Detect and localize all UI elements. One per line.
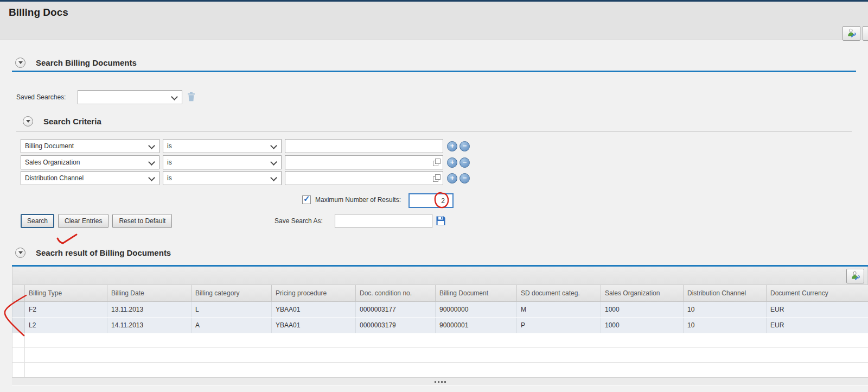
row-selector [12, 363, 25, 377]
remove-criteria-row-button[interactable]: − [459, 141, 470, 151]
column-header[interactable]: Sales Organization [601, 285, 684, 301]
operator-select-value: is [167, 174, 172, 182]
column-header[interactable]: Billing category [192, 285, 272, 301]
cell-sd-document-categ[interactable]: M [517, 302, 601, 317]
multi-value-icon[interactable] [433, 159, 441, 166]
column-header[interactable]: Distribution Channel [684, 285, 767, 301]
clear-entries-button[interactable]: Clear Entries [58, 214, 108, 228]
cell-billing-date[interactable]: 13.11.2013 [107, 302, 192, 317]
field-select-value: Distribution Channel [25, 174, 84, 182]
cell-billing-type[interactable]: F2 [25, 302, 107, 317]
cell-billing-type[interactable]: L2 [25, 318, 107, 333]
column-header[interactable]: Doc. condition no. [356, 285, 436, 301]
chevron-down-icon [148, 174, 155, 181]
column-header[interactable]: Billing Type [25, 285, 107, 301]
column-header[interactable]: Billing Date [107, 285, 192, 301]
row-selector [12, 333, 25, 347]
max-results-value: 2 [441, 197, 445, 205]
operator-select-1[interactable]: is [163, 139, 282, 153]
save-search-as-input[interactable] [335, 214, 432, 228]
cell-doc-condition-no[interactable]: 0000003177 [356, 302, 436, 317]
cell-doc-condition-no[interactable]: 0000003179 [356, 318, 436, 333]
column-header[interactable]: Pricing procedure [272, 285, 356, 301]
operator-select-3[interactable]: is [163, 171, 282, 185]
table-resize-handle[interactable] [12, 377, 868, 386]
saved-searches-select[interactable] [78, 90, 182, 104]
table-row[interactable]: F2 13.11.2013 L YBAA01 0000003177 900000… [12, 302, 868, 318]
search-button[interactable]: Search [21, 214, 54, 228]
cell-document-currency[interactable]: EUR [767, 302, 868, 317]
chevron-down-icon [270, 174, 277, 181]
cell-distribution-channel[interactable]: 10 [684, 302, 767, 317]
column-header[interactable]: SD document categ. [517, 285, 601, 301]
personalize-button[interactable] [843, 26, 860, 41]
cell-sales-organization[interactable]: 1000 [601, 302, 684, 317]
collapse-search-section-button[interactable] [15, 58, 25, 68]
chevron-down-icon [18, 61, 23, 64]
column-header[interactable]: Billing Document [436, 285, 517, 301]
cell-document-currency[interactable]: EUR [767, 318, 868, 333]
header-secondary-button-partial[interactable] [863, 26, 868, 41]
save-search-as-label: Save Search As: [275, 217, 323, 225]
table-toolbar [12, 267, 868, 285]
field-select-sales-organization[interactable]: Sales Organization [21, 155, 159, 169]
reset-to-default-button[interactable]: Reset to Default [112, 214, 172, 228]
max-results-checkbox[interactable]: ✓ [302, 195, 311, 204]
cell-pricing-procedure[interactable]: YBAA01 [272, 318, 356, 333]
cell-billing-category[interactable]: A [192, 318, 272, 333]
search-section-title: Search Billing Documents [36, 58, 137, 67]
drag-dots-icon [435, 381, 436, 383]
add-criteria-row-button[interactable]: + [447, 173, 457, 184]
personalize-icon [851, 271, 860, 282]
personalize-icon [847, 28, 856, 39]
column-header[interactable]: Document Currency [767, 285, 868, 301]
checkmark-icon: ✓ [303, 194, 310, 204]
chevron-down-icon [148, 142, 155, 149]
criteria-value-input-3[interactable] [285, 171, 443, 185]
chevron-down-icon [148, 159, 155, 166]
row-selector[interactable] [12, 318, 25, 333]
table-header-row: Billing Type Billing Date Billing catego… [12, 285, 868, 302]
table-personalize-button[interactable] [846, 269, 864, 283]
max-results-input[interactable]: 2 [409, 193, 454, 208]
remove-criteria-row-button[interactable]: − [459, 173, 470, 184]
add-criteria-row-button[interactable]: + [447, 157, 457, 168]
criteria-row-2: Sales Organization is + − [21, 155, 470, 169]
collapse-criteria-section-button[interactable] [23, 116, 33, 127]
cell-billing-category[interactable]: L [192, 302, 272, 317]
chevron-down-icon [18, 251, 23, 254]
multi-value-icon[interactable] [433, 174, 441, 182]
cell-billing-document[interactable]: 90000001 [436, 318, 517, 333]
results-section-header: Seacrh result of Billing Documents [15, 248, 171, 258]
trash-icon [187, 96, 195, 103]
cell-billing-date[interactable]: 14.11.2013 [107, 318, 192, 333]
collapse-results-section-button[interactable] [15, 248, 25, 258]
operator-select-2[interactable]: is [163, 155, 282, 169]
criteria-row-1: Billing Document is + − [21, 139, 470, 153]
row-selector[interactable] [12, 302, 25, 317]
page-title: Billing Docs [9, 7, 68, 18]
criteria-value-input-1[interactable] [285, 139, 443, 153]
drag-dots-icon [444, 381, 446, 383]
cell-sd-document-categ[interactable]: P [517, 318, 601, 333]
annotation-checkmark-search [56, 232, 79, 245]
criteria-value-input-2[interactable] [285, 155, 443, 169]
delete-saved-search-button[interactable] [187, 92, 195, 103]
cell-sales-organization[interactable]: 1000 [601, 318, 684, 333]
cell-billing-document[interactable]: 90000000 [436, 302, 517, 317]
drag-dots-icon [438, 381, 439, 383]
save-search-button[interactable] [436, 216, 446, 227]
cell-pricing-procedure[interactable]: YBAA01 [272, 302, 356, 317]
add-criteria-row-button[interactable]: + [447, 141, 457, 151]
remove-criteria-row-button[interactable]: − [459, 157, 470, 168]
cell-distribution-channel[interactable]: 10 [684, 318, 767, 333]
selection-column-header [12, 285, 25, 301]
field-select-distribution-channel[interactable]: Distribution Channel [21, 171, 159, 185]
results-table: Billing Type Billing Date Billing catego… [12, 267, 868, 386]
table-row[interactable]: L2 14.11.2013 A YBAA01 0000003179 900000… [12, 318, 868, 333]
field-select-billing-document[interactable]: Billing Document [21, 139, 159, 153]
field-select-value: Sales Organization [25, 159, 80, 166]
section-rule [12, 71, 856, 72]
operator-select-value: is [167, 142, 172, 150]
billing-docs-page: Billing Docs Search Billing Documents [0, 0, 868, 392]
